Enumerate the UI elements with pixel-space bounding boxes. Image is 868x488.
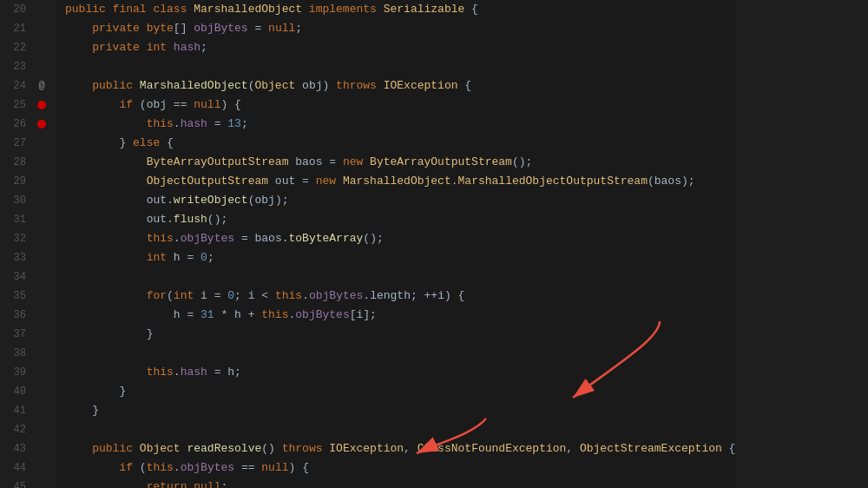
assign-26: = — [207, 115, 227, 134]
gutter-icon-26 — [33, 120, 50, 129]
indent-32 — [65, 229, 147, 248]
kw-new-28: new — [343, 153, 370, 172]
empty-38 — [65, 344, 72, 363]
cls-baos-t: ByteArrayOutputStream — [147, 153, 289, 172]
kw-this-26: this — [147, 115, 174, 134]
field-objbytes-44: objBytes — [181, 458, 234, 478]
cls-osex: ObjectStreamException — [580, 439, 722, 458]
var-h-33: h = — [174, 248, 201, 267]
kw-this-32: this — [147, 229, 174, 248]
paren-close-25: ) { — [220, 96, 240, 115]
assign-32: = baos. — [234, 229, 288, 248]
paren-open-44: ( — [140, 458, 147, 478]
indent-37 — [65, 325, 147, 344]
line-num-42: 42 — [0, 424, 33, 436]
cond-44: == — [234, 458, 261, 478]
indent-30 — [65, 191, 147, 210]
line-num-27: 27 — [0, 137, 33, 149]
code-line-36: h = 31 * h + this.objBytes[i]; — [65, 306, 735, 325]
cls-cnfex: ClassNotFoundException — [418, 439, 567, 458]
line-num-41: 41 — [0, 405, 33, 417]
code-line-25: if (obj == null) { — [65, 96, 735, 115]
semi-33: ; — [207, 248, 214, 267]
assign-39: = h; — [207, 363, 241, 382]
line-num-22: 22 — [0, 42, 33, 54]
semi-26: ; — [241, 115, 248, 134]
indent-22 — [65, 38, 92, 57]
field-hash-26: hash — [181, 115, 207, 134]
param-obj-24: obj) — [295, 76, 336, 96]
paren-35: ( — [167, 287, 174, 306]
dot-36: . — [288, 306, 295, 325]
code-line-29: ObjectOutputStream out = new MarshalledO… — [65, 172, 735, 191]
gutter-icon-24: @ — [33, 80, 50, 92]
fn-readresolve: readResolve — [187, 439, 261, 458]
idx-36: [i]; — [350, 306, 377, 325]
dot-44: . — [174, 458, 181, 478]
fn-tobytearray: toByteArray — [289, 229, 364, 248]
comma-43a: , — [404, 439, 418, 458]
num-31: 31 — [201, 306, 214, 325]
brace-open-27: { — [167, 134, 174, 153]
indent-25 — [65, 96, 119, 115]
indent-35 — [65, 287, 147, 306]
line-num-30: 30 — [0, 195, 33, 207]
cls-marshalled: MarshalledObject — [194, 0, 309, 19]
semi-21: ; — [295, 19, 302, 38]
breakpoint-26[interactable] — [37, 120, 46, 129]
brace-close-41: } — [92, 401, 99, 420]
code-editor: 20 21 22 23 24@ 25 26 27 28 29 30 31 32 — [0, 0, 735, 488]
var-i-35: i = — [201, 287, 227, 306]
code-content[interactable]: public final class MarshalledObject impl… — [56, 0, 735, 488]
kw-if-44: if — [119, 458, 139, 478]
kw-else-27: else — [133, 134, 167, 153]
code-line-24: public MarshalledObject(Object obj) thro… — [65, 76, 735, 96]
comma-43b: , — [566, 439, 580, 458]
kw-throws-24: throws — [336, 76, 384, 96]
num-0-35: 0 — [227, 287, 234, 306]
dot-35: . — [302, 287, 309, 306]
cls-moos: MarshalledObjectOutputStream — [458, 172, 648, 191]
code-line-37: } — [65, 325, 735, 344]
line-num-20: 20 — [0, 3, 33, 16]
line-num-40: 40 — [0, 386, 33, 398]
kw-null-25: null — [194, 96, 220, 115]
out-wo-30: out. — [147, 191, 174, 210]
line-num-29: 29 — [0, 175, 33, 188]
code-line-35: for(int i = 0; i < this.objBytes.length;… — [65, 287, 735, 306]
breakpoint-25[interactable] — [37, 101, 46, 109]
code-line-30: out.writeObject(obj); — [65, 191, 735, 210]
h-assign-36: h = — [174, 306, 201, 325]
field-objbytes-32: objBytes — [181, 229, 234, 248]
field-hash: hash — [174, 38, 201, 57]
cond-35: ; i < — [234, 287, 275, 306]
cls-baos-new: ByteArrayOutputStream — [370, 153, 512, 172]
line-num-24: 24 — [0, 80, 33, 92]
indent-40 — [65, 382, 119, 401]
code-line-31: out.flush(); — [65, 210, 735, 229]
indent-45 — [65, 478, 147, 488]
code-line-34 — [65, 267, 735, 287]
indent-43 — [65, 439, 92, 458]
paren-close-44: ) { — [289, 458, 309, 478]
call-29: (baos); — [648, 172, 695, 191]
at-marker-24: @ — [38, 80, 44, 92]
kw-public-43: public — [92, 439, 140, 458]
code-line-21: private byte[] objBytes = null; — [65, 19, 735, 38]
kw-null-45: null — [194, 478, 220, 488]
kw-public: public — [65, 0, 113, 19]
line-number-gutter: 20 21 22 23 24@ 25 26 27 28 29 30 31 32 — [0, 0, 56, 488]
line-num-33: 33 — [0, 252, 33, 264]
brace-24: { — [458, 76, 472, 96]
cls-serial: Serializable — [384, 0, 465, 19]
line-num-39: 39 — [0, 366, 33, 379]
brace-20: { — [464, 0, 478, 19]
indent-24 — [65, 76, 92, 96]
fn-marshalled: MarshalledObject — [140, 76, 248, 96]
line-num-28: 28 — [0, 156, 33, 168]
kw-final: final — [113, 0, 154, 19]
kw-private-21: private — [92, 19, 146, 38]
kw-this-36: this — [261, 306, 288, 325]
line-num-23: 23 — [0, 61, 33, 73]
kw-byte: byte — [147, 19, 174, 38]
